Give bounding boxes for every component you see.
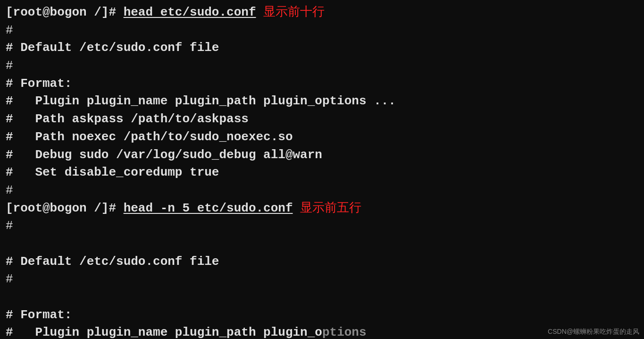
terminal-window: [root@bogon /]# head etc/sudo.conf 显示前十行… [0, 0, 644, 339]
prompt-1: [root@bogon /]# [6, 4, 124, 22]
output2-line-2 [6, 235, 638, 253]
output-line-3: # [6, 57, 638, 75]
watermark: CSDN@螺蛳粉果吃炸蛋的走风 [548, 327, 639, 336]
output2-line-1: # [6, 217, 638, 235]
annotation-2: 显示前五行 [293, 200, 362, 218]
output-line-1: # [6, 22, 638, 40]
command-line-2: [root@bogon /]# head -n 5 etc/sudo.conf … [6, 200, 638, 218]
output-line-5: # Plugin plugin_name plugin_path plugin_… [6, 93, 638, 110]
output2-line-5 [6, 288, 638, 306]
annotation-1: 显示前十行 [256, 4, 325, 22]
output-line-6: # Path askpass /path/to/askpass [6, 110, 638, 128]
output-line-10: # [6, 182, 638, 200]
output-line-4: # Format: [6, 75, 638, 93]
output-line-8: # Debug sudo /var/log/sudo_debug all@war… [6, 146, 638, 164]
command-1: head etc/sudo.conf [124, 4, 256, 22]
output-line-7: # Path noexec /path/to/sudo_noexec.so [6, 128, 638, 146]
command-2: head -n 5 etc/sudo.conf [124, 200, 293, 218]
command-line-1: [root@bogon /]# head etc/sudo.conf 显示前十行 [6, 4, 638, 22]
output-line-9: # Set disable_coredump true [6, 164, 638, 182]
output2-line-7: # Plugin plugin_name plugin_path plugin_… [6, 324, 638, 339]
output2-line-6: # Format: [6, 306, 638, 324]
output2-line-4: # [6, 271, 638, 288]
prompt-2: [root@bogon /]# [6, 200, 124, 218]
output2-line-3: # Default /etc/sudo.conf file [6, 253, 638, 271]
output-line-2: # Default /etc/sudo.conf file [6, 39, 638, 57]
